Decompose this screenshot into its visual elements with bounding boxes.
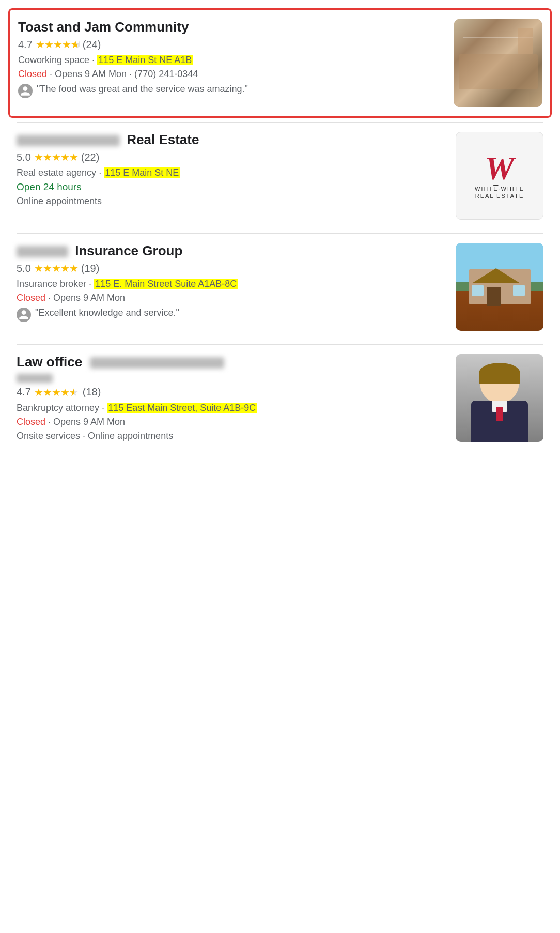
listing-title[interactable]: Law office	[17, 354, 447, 370]
listing-content: Toast and Jam Community 4.7 ★★★★★★★ (24)…	[18, 19, 454, 98]
rating-value: 5.0	[17, 151, 31, 163]
rating-row: 4.7 ★★★★★★ (18)	[17, 386, 447, 399]
stars: ★★★★★	[34, 151, 78, 163]
listing-law-office[interactable]: Law office 4.7 ★★★★★★ (18) Bankruptcy at…	[8, 345, 552, 451]
title-blurred	[90, 357, 224, 369]
review-snippet: "Excellent knowledge and service."	[17, 308, 447, 322]
law-person-image	[456, 354, 543, 442]
listing-image	[454, 19, 542, 107]
user-avatar	[17, 308, 31, 322]
category-address: Bankruptcy attorney · 115 East Main Stre…	[17, 402, 447, 415]
separator: ·	[99, 167, 104, 178]
listing-image	[456, 354, 543, 442]
status-detail: · Opens 9 AM Mon	[48, 293, 125, 303]
title-text: Real Estate	[127, 132, 199, 147]
title-blurred	[17, 135, 120, 146]
closed-status: Closed	[17, 417, 45, 427]
review-count: (19)	[81, 263, 100, 274]
address-highlight: 115 E Main St NE A1B	[97, 55, 193, 65]
listing-insurance-group[interactable]: Insurance Group 5.0 ★★★★★ (19) Insurance…	[8, 234, 552, 340]
review-snippet: "The food was great and the service was …	[18, 84, 446, 98]
re-logo-text: WHITE·WHITEREAL ESTATE	[475, 185, 524, 200]
stars: ★★★★★★★	[36, 38, 80, 51]
listings-container: Toast and Jam Community 4.7 ★★★★★★★ (24)…	[8, 8, 552, 451]
stars: ★★★★★	[34, 262, 78, 274]
listing-title[interactable]: Real Estate	[17, 132, 447, 148]
title-blurred	[17, 246, 68, 257]
review-count: (24)	[83, 39, 101, 51]
listing-title[interactable]: Insurance Group	[17, 243, 447, 259]
review-text: "The food was great and the service was …	[37, 84, 248, 95]
category-text: Coworking space	[18, 55, 89, 65]
separator: ·	[92, 55, 97, 65]
category-address: Insurance broker · 115 E. Main Street Su…	[17, 278, 447, 290]
category-address: Coworking space · 115 E Main St NE A1B	[18, 54, 446, 67]
rating-value: 4.7	[18, 39, 33, 51]
status-detail: · Opens 9 AM Mon · (770) 241-0344	[50, 69, 198, 79]
open-status: Open 24 hours	[17, 181, 82, 192]
small-blurred	[17, 374, 53, 383]
review-count: (22)	[81, 151, 100, 163]
listing-title[interactable]: Toast and Jam Community	[18, 19, 446, 35]
title-text: Insurance Group	[75, 243, 182, 258]
toast-image	[454, 19, 542, 107]
address-highlight: 115 East Main Street, Suite A1B-9C	[107, 403, 257, 413]
listing-image	[456, 243, 543, 331]
address-highlight: 115 E Main St NE	[104, 167, 180, 178]
listing-real-estate[interactable]: Real Estate 5.0 ★★★★★ (22) Real estate a…	[8, 123, 552, 229]
title-text-law: Law office	[17, 354, 82, 370]
category-address: Real estate agency · 115 E Main St NE	[17, 166, 447, 179]
law-small-blurred	[17, 373, 447, 383]
extra-info: Onsite services · Online appointments	[17, 431, 447, 441]
status-row: Closed · Opens 9 AM Mon	[17, 417, 447, 427]
closed-status: Closed	[17, 293, 45, 303]
user-avatar	[18, 84, 33, 98]
review-text: "Excellent knowledge and service."	[35, 308, 179, 318]
review-count: (18)	[83, 386, 101, 398]
closed-status: Closed	[18, 69, 47, 79]
category-text: Insurance broker	[17, 279, 86, 289]
status-row: Closed · Opens 9 AM Mon · (770) 241-0344	[18, 69, 446, 80]
status-row: Closed · Opens 9 AM Mon	[17, 293, 447, 303]
rating-value: 4.7	[17, 386, 31, 398]
listing-content: Real Estate 5.0 ★★★★★ (22) Real estate a…	[17, 132, 456, 207]
separator: ·	[89, 279, 94, 289]
rating-row: 5.0 ★★★★★ (19)	[17, 262, 447, 274]
category-text: Real estate agency	[17, 167, 96, 178]
address-highlight: 115 E. Main Street Suite A1AB-8C	[94, 279, 238, 289]
insurance-image	[456, 243, 543, 331]
separator: ·	[102, 403, 107, 413]
extra-info: Online appointments	[17, 196, 447, 207]
category-text: Bankruptcy attorney	[17, 403, 99, 413]
status-row: Open 24 hours	[17, 181, 447, 193]
listing-content: Law office 4.7 ★★★★★★ (18) Bankruptcy at…	[17, 354, 456, 441]
listing-toast-and-jam[interactable]: Toast and Jam Community 4.7 ★★★★★★★ (24)…	[8, 8, 552, 118]
w-logo-letter: W	[485, 152, 515, 185]
real-estate-logo: W WHITE·WHITEREAL ESTATE	[456, 132, 543, 219]
status-detail: · Opens 9 AM Mon	[48, 417, 125, 427]
listing-image: W WHITE·WHITEREAL ESTATE	[456, 132, 543, 220]
listing-content: Insurance Group 5.0 ★★★★★ (19) Insurance…	[17, 243, 456, 322]
rating-value: 5.0	[17, 263, 31, 274]
rating-row: 4.7 ★★★★★★★ (24)	[18, 38, 446, 51]
rating-row: 5.0 ★★★★★ (22)	[17, 151, 447, 163]
stars: ★★★★★★	[34, 386, 80, 399]
